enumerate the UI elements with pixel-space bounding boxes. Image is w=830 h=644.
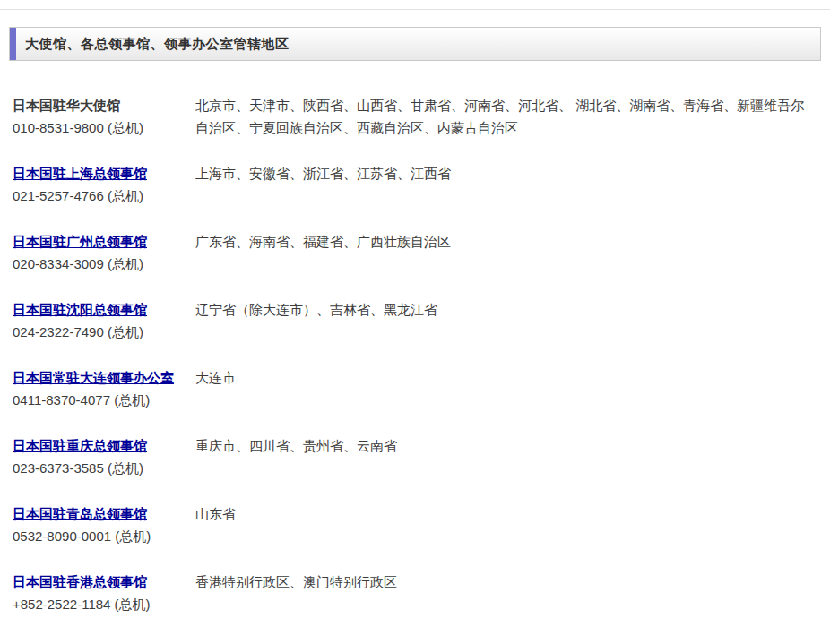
consulate-name-link[interactable]: 日本国驻香港总领事馆 — [13, 571, 195, 593]
consulate-entry: 日本国驻华大使馆 010-8531-9800 (总机) 北京市、天津市、陕西省、… — [13, 94, 814, 139]
consulate-left-col: 日本国驻沈阳总领事馆 024-2322-7490 (总机) — [13, 298, 195, 343]
consulate-phone: 020-8334-3009 (总机) — [13, 253, 195, 275]
accent-bar — [10, 28, 16, 60]
page: 大使馆、各总领事馆、领事办公室管辖地区 日本国驻华大使馆 010-8531-98… — [0, 0, 830, 644]
consulate-regions: 重庆市、四川省、贵州省、云南省 — [195, 434, 814, 457]
section-title: 大使馆、各总领事馆、领事办公室管辖地区 — [25, 36, 290, 53]
consulate-name-link[interactable]: 日本国驻重庆总领事馆 — [13, 434, 195, 457]
consulate-left-col: 日本国驻上海总领事馆 021-5257-4766 (总机) — [13, 162, 195, 207]
consulate-phone: 010-8531-9800 (总机) — [13, 116, 195, 139]
consulate-entry: 日本国驻香港总领事馆 +852-2522-1184 (总机) 香港特别行政区、澳… — [13, 571, 814, 615]
consulate-entry: 日本国驻广州总领事馆 020-8334-3009 (总机) 广东省、海南省、福建… — [13, 230, 814, 275]
consulate-regions: 北京市、天津市、陕西省、山西省、甘肃省、河南省、河北省、 湖北省、湖南省、青海省… — [195, 94, 814, 139]
consulate-regions: 上海市、安徽省、浙江省、江苏省、江西省 — [195, 162, 814, 185]
consulate-left-col: 日本国常驻大连领事办公室 0411-8370-4077 (总机) — [13, 366, 195, 411]
consulate-regions: 辽宁省（除大连市）、吉林省、黑龙江省 — [195, 298, 814, 321]
section-header: 大使馆、各总领事馆、领事办公室管辖地区 — [9, 27, 821, 61]
top-divider — [0, 9, 830, 10]
consulate-name-link[interactable]: 日本国驻广州总领事馆 — [13, 230, 195, 253]
consulate-regions: 广东省、海南省、福建省、广西壮族自治区 — [195, 230, 814, 253]
consulate-name-link[interactable]: 日本国驻青岛总领事馆 — [13, 502, 195, 525]
consulate-phone: 0411-8370-4077 (总机) — [13, 389, 195, 411]
consulate-phone: 021-5257-4766 (总机) — [13, 185, 195, 207]
consulate-entry: 日本国驻青岛总领事馆 0532-8090-0001 (总机) 山东省 — [13, 502, 814, 547]
consulate-regions: 山东省 — [195, 502, 814, 525]
consulate-left-col: 日本国驻香港总领事馆 +852-2522-1184 (总机) — [13, 571, 195, 615]
consulate-entry: 日本国驻重庆总领事馆 023-6373-3585 (总机) 重庆市、四川省、贵州… — [13, 434, 814, 479]
consulate-regions: 香港特别行政区、澳门特别行政区 — [195, 571, 814, 593]
consulate-entry: 日本国驻上海总领事馆 021-5257-4766 (总机) 上海市、安徽省、浙江… — [13, 162, 814, 207]
consulate-regions: 大连市 — [195, 366, 814, 389]
consulate-name-link[interactable]: 日本国常驻大连领事办公室 — [13, 366, 195, 389]
consulate-phone: 023-6373-3585 (总机) — [13, 457, 195, 479]
consulate-list: 日本国驻华大使馆 010-8531-9800 (总机) 北京市、天津市、陕西省、… — [13, 94, 814, 615]
consulate-name: 日本国驻华大使馆 — [13, 94, 195, 116]
consulate-left-col: 日本国驻青岛总领事馆 0532-8090-0001 (总机) — [13, 502, 195, 547]
consulate-left-col: 日本国驻广州总领事馆 020-8334-3009 (总机) — [13, 230, 195, 275]
consulate-entry: 日本国常驻大连领事办公室 0411-8370-4077 (总机) 大连市 — [13, 366, 814, 411]
consulate-name-link[interactable]: 日本国驻沈阳总领事馆 — [13, 298, 195, 321]
consulate-phone: 0532-8090-0001 (总机) — [13, 525, 195, 547]
consulate-left-col: 日本国驻重庆总领事馆 023-6373-3585 (总机) — [13, 434, 195, 479]
consulate-phone: +852-2522-1184 (总机) — [13, 593, 195, 615]
consulate-entry: 日本国驻沈阳总领事馆 024-2322-7490 (总机) 辽宁省（除大连市）、… — [13, 298, 814, 343]
consulate-phone: 024-2322-7490 (总机) — [13, 321, 195, 343]
consulate-name-link[interactable]: 日本国驻上海总领事馆 — [13, 162, 195, 185]
consulate-left-col: 日本国驻华大使馆 010-8531-9800 (总机) — [13, 94, 195, 139]
